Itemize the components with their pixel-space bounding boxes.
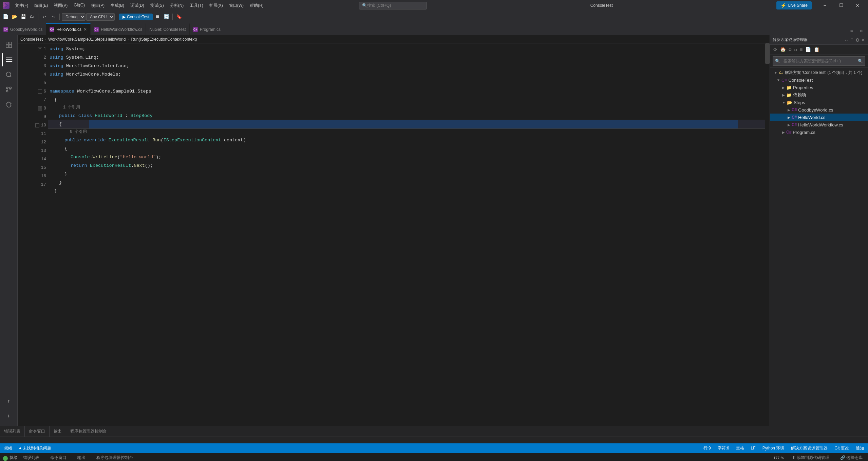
status-line[interactable]: 行:9: [702, 445, 712, 452]
search-btn[interactable]: [2, 68, 16, 81]
code-area[interactable]: − 1 2 3 4 5 − 6 7 ↑ 8 9 − 10: [18, 43, 770, 426]
code-line-14[interactable]: }: [48, 170, 765, 178]
add-to-source-tab[interactable]: ⬆ 添加到源代码管理: [789, 454, 832, 461]
code-line-8[interactable]: public class HelloWorld : StepBody: [48, 112, 765, 120]
code-line-9[interactable]: {: [48, 120, 765, 128]
tab-expand-btn[interactable]: ⊞: [848, 27, 856, 35]
redo-btn[interactable]: ↪: [49, 13, 57, 21]
code-line-3[interactable]: using WorkflowCore.Interface;: [48, 62, 765, 70]
menu-file[interactable]: 文件(F): [12, 1, 31, 10]
menu-project[interactable]: 项目(P): [88, 1, 107, 10]
tree-helloworldworkflow[interactable]: ▶ C# HelloWorldWorkflow.cs: [770, 121, 868, 128]
tree-properties[interactable]: ▶ 📁 Properties: [770, 84, 868, 91]
cmd-bottom-tab[interactable]: 命令窗口: [48, 454, 69, 461]
pkg-tab[interactable]: 程序包管理器控制台: [66, 426, 111, 437]
code-line-17[interactable]: [48, 195, 765, 204]
tab-close-btn[interactable]: ✕: [83, 27, 87, 32]
debug-config-select[interactable]: Debug: [62, 13, 86, 21]
bookmark-btn[interactable]: 🔖: [175, 13, 183, 21]
menu-extensions[interactable]: 扩展(X): [207, 1, 226, 10]
se-search-input[interactable]: [781, 58, 856, 64]
git-btn[interactable]: [2, 83, 16, 96]
status-se[interactable]: 解决方案资源管理器: [790, 445, 829, 452]
menu-help[interactable]: 帮助(H): [247, 1, 266, 10]
code-lines[interactable]: using System; using System.Linq; using W…: [48, 43, 765, 426]
output-bottom-tab[interactable]: 输出: [75, 454, 88, 461]
select-repo-tab[interactable]: 🔗 选择仓库: [837, 454, 865, 461]
tab-program[interactable]: C# Program.cs: [190, 23, 224, 35]
status-ready[interactable]: 就绪: [3, 445, 14, 452]
output-tab[interactable]: 输出: [50, 426, 66, 437]
panel-collapse-icon[interactable]: ⌃: [850, 37, 854, 43]
se-pending-btn[interactable]: 📋: [813, 46, 820, 53]
code-line-6[interactable]: namespace WorkflowCore.Sample01.Steps: [48, 87, 765, 96]
code-line-13[interactable]: return ExecutionResult.Next();: [48, 161, 765, 170]
stop-btn[interactable]: ⏹: [153, 13, 162, 21]
save-all-btn[interactable]: 🗂: [28, 13, 36, 21]
tab-nuget[interactable]: NuGet: ConsoleTest: [146, 23, 189, 35]
code-line-1[interactable]: using System;: [48, 45, 765, 53]
pkg-bottom-tab[interactable]: 程序包管理器控制台: [94, 454, 136, 461]
se-files-btn[interactable]: 📄: [805, 46, 812, 53]
tree-goodbyeworld[interactable]: ▶ C# GoodbyeWorld.cs: [770, 106, 868, 114]
run-button[interactable]: ▶ ConsoleTest: [119, 14, 153, 20]
scroll-down-btn[interactable]: ⬇: [2, 409, 16, 423]
new-file-btn[interactable]: 📄: [1, 13, 10, 21]
menu-test[interactable]: 测试(S): [148, 1, 167, 10]
code-line-5[interactable]: [48, 79, 765, 87]
breadcrumb-member[interactable]: Run(IStepExecutionContext context): [131, 37, 197, 42]
code-line-15[interactable]: }: [48, 178, 765, 187]
menu-window[interactable]: 窗口(W): [226, 1, 246, 10]
code-line-4[interactable]: using WorkflowCore.Models;: [48, 70, 765, 79]
platform-select[interactable]: Any CPU: [86, 13, 115, 21]
scroll-up-btn[interactable]: ⬆: [2, 395, 16, 408]
status-encoding[interactable]: LF: [750, 445, 757, 451]
editor-scrollbar[interactable]: [765, 43, 770, 426]
code-line-16[interactable]: }: [48, 187, 765, 195]
tab-helloworld[interactable]: C# HelloWorld.cs ✕: [46, 23, 91, 35]
code-line-7[interactable]: {: [48, 96, 765, 104]
menu-analyze[interactable]: 分析(N): [167, 1, 187, 10]
minimize-button[interactable]: －: [817, 0, 833, 11]
cmd-tab[interactable]: 命令窗口: [25, 426, 50, 437]
status-spaces[interactable]: 空格: [735, 445, 746, 452]
panel-sync-icon[interactable]: ↔: [844, 37, 849, 43]
restart-btn[interactable]: 🔄: [162, 13, 170, 21]
breadcrumb-project[interactable]: ConsoleTest: [20, 37, 43, 42]
tab-helloworldworkflow[interactable]: C# HelloWorldWorkflow.cs: [91, 23, 146, 35]
close-button[interactable]: ✕: [850, 0, 865, 11]
code-line-11[interactable]: {: [48, 144, 765, 153]
explorer-btn[interactable]: [2, 38, 16, 52]
status-git-changes[interactable]: Git 更改: [833, 445, 850, 452]
live-share-button[interactable]: ⚡ Live Share: [776, 1, 812, 9]
menu-tools[interactable]: 工具(T): [187, 1, 206, 10]
undo-btn[interactable]: ↩: [40, 13, 49, 21]
panel-close-icon[interactable]: ✕: [861, 37, 865, 43]
menu-git[interactable]: Git(G): [71, 1, 88, 10]
errors-bottom-tab[interactable]: 错误列表: [20, 454, 42, 461]
se-home-btn[interactable]: 🏠: [779, 46, 787, 53]
save-btn[interactable]: 💾: [19, 13, 27, 21]
menu-view[interactable]: 视图(V): [51, 1, 70, 10]
code-line-2[interactable]: using System.Linq;: [48, 53, 765, 62]
solution-root[interactable]: ▼ 🗂 解决方案 'ConsoleTest' (1 个项目，共 1 个): [770, 69, 868, 76]
menu-edit[interactable]: 编辑(E): [32, 1, 51, 10]
tree-helloworld[interactable]: ▶ C# HelloWorld.cs: [770, 114, 868, 121]
se-filter-btn[interactable]: ⚙: [788, 46, 792, 53]
se-sync-btn[interactable]: ⟳: [773, 46, 778, 53]
status-col[interactable]: 字符:6: [716, 445, 731, 452]
se-collapse-btn[interactable]: ≡: [799, 46, 803, 53]
panel-settings-icon[interactable]: ⚙: [855, 37, 860, 43]
tree-dependencies[interactable]: ▶ 📁 依赖项: [770, 91, 868, 99]
debug-btn[interactable]: [2, 98, 16, 111]
tree-steps-folder[interactable]: ▼ 📂 Steps: [770, 99, 868, 106]
status-no-issues[interactable]: ● 未找到相关问题: [18, 445, 53, 452]
status-python-env[interactable]: Python 环境: [761, 445, 786, 452]
tree-program[interactable]: ▶ C# Program.cs: [770, 128, 868, 136]
open-btn[interactable]: 📂: [10, 13, 18, 21]
menu-debug[interactable]: 调试(D): [128, 1, 147, 10]
errors-tab[interactable]: 错误列表: [0, 426, 25, 437]
maximize-button[interactable]: □: [833, 0, 849, 11]
project-node[interactable]: ▼ C# ConsoleTest: [770, 76, 868, 84]
breadcrumb-namespace[interactable]: WorkflowCore.Sample01.Steps.HelloWorld: [48, 37, 126, 42]
